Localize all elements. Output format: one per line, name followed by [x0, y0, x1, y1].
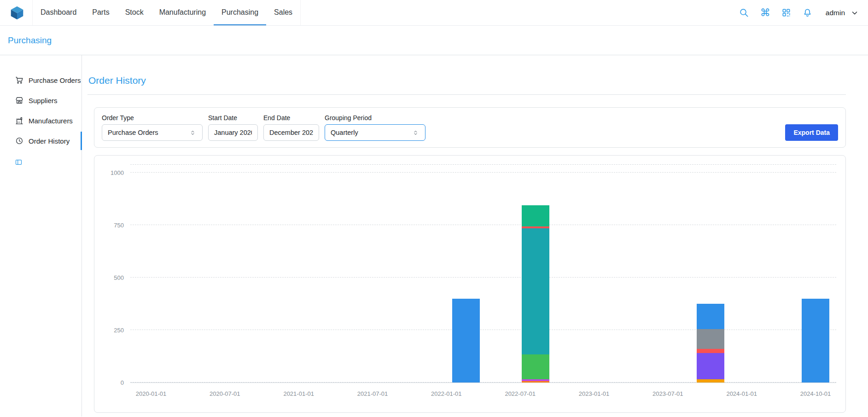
bar-segment-violet[interactable]	[697, 353, 724, 379]
nav-tab-manufacturing[interactable]: Manufacturing	[151, 0, 214, 25]
sidebar-item-label: Manufacturers	[29, 117, 73, 125]
start-date-field: Start Date	[208, 114, 258, 141]
selector-icon	[412, 129, 419, 137]
section-divider	[87, 94, 846, 95]
x-axis-label: 2024-01-01	[726, 390, 757, 397]
qr-code-icon	[781, 7, 792, 18]
nav-tab-dashboard[interactable]: Dashboard	[33, 0, 84, 25]
nav-tab-parts[interactable]: Parts	[84, 0, 117, 25]
sidebar-item-label: Suppliers	[29, 97, 58, 104]
username: admin	[826, 9, 845, 17]
chart-panel: 02505007501000 2020-01-012020-07-012021-…	[94, 155, 846, 413]
bar-segment-blue[interactable]	[802, 299, 829, 382]
order-type-select[interactable]: Purchase Orders	[102, 124, 203, 141]
y-axis-label: 500	[114, 274, 124, 281]
nav-tabs: DashboardPartsStockManufacturingPurchasi…	[32, 0, 301, 25]
x-axis-label: 2020-01-01	[136, 390, 167, 397]
gridline	[130, 225, 836, 225]
bar-segment-teal[interactable]	[522, 228, 549, 354]
chart-plot: 02505007501000	[130, 165, 836, 383]
inventree-logo-icon	[9, 5, 25, 21]
x-axis-label: 2023-01-01	[579, 390, 610, 397]
barcode-scan-button[interactable]	[781, 7, 792, 19]
nav-tab-sales[interactable]: Sales	[266, 0, 300, 25]
gridline	[130, 330, 836, 330]
search-icon	[739, 7, 749, 18]
sidebar-item-purchase-orders[interactable]: Purchase Orders	[0, 70, 82, 90]
order-type-label: Order Type	[102, 114, 203, 122]
chevron-down-icon	[851, 9, 859, 17]
bar-segment-gray[interactable]	[697, 329, 724, 349]
chart-bar[interactable]	[802, 299, 829, 382]
order-type-value: Purchase Orders	[108, 129, 158, 136]
bar-segment-orange[interactable]	[522, 381, 549, 382]
page-body: Purchase OrdersSuppliersManufacturersOrd…	[0, 55, 868, 417]
grouping-period-value: Quarterly	[331, 129, 358, 136]
x-axis-label: 2021-07-01	[357, 390, 388, 397]
command-palette-button[interactable]: ⌘	[759, 7, 771, 19]
bar-segment-emerald[interactable]	[522, 205, 549, 226]
navbar-actions: ⌘ admin	[738, 7, 859, 19]
nav-tab-purchasing[interactable]: Purchasing	[214, 0, 266, 25]
bell-icon	[802, 7, 813, 18]
bar-segment-blue[interactable]	[697, 304, 724, 329]
sidebar-item-manufacturers[interactable]: Manufacturers	[0, 110, 82, 131]
sidebar: Purchase OrdersSuppliersManufacturersOrd…	[0, 55, 82, 417]
sidebar-collapse-button[interactable]	[15, 158, 23, 167]
x-axis: 2020-01-012020-07-012021-01-012021-07-01…	[130, 383, 836, 400]
export-data-button[interactable]: Export Data	[785, 124, 838, 141]
x-axis-label: 2024-10-01	[800, 390, 831, 397]
end-date-label: End Date	[263, 114, 319, 122]
bar-segment-green[interactable]	[522, 354, 549, 379]
grouping-period-field: Grouping Period Quarterly	[325, 114, 425, 141]
layout-sidebar-icon	[15, 158, 23, 166]
x-axis-label: 2023-07-01	[652, 390, 683, 397]
user-menu[interactable]: admin	[826, 9, 859, 17]
app-logo[interactable]	[9, 5, 25, 21]
chart-bar[interactable]	[697, 304, 724, 382]
selector-icon	[189, 129, 197, 137]
section-title: Order History	[88, 75, 846, 86]
sidebar-item-suppliers[interactable]: Suppliers	[0, 90, 82, 110]
chart-bar[interactable]	[452, 299, 480, 382]
page-header: Purchasing	[0, 26, 868, 55]
end-date-input[interactable]	[263, 124, 319, 141]
x-axis-label: 2022-01-01	[431, 390, 462, 397]
end-date-field: End Date	[263, 114, 319, 141]
grouping-period-select[interactable]: Quarterly	[325, 124, 425, 141]
search-button[interactable]	[738, 7, 750, 19]
start-date-input[interactable]	[208, 124, 258, 141]
y-axis-label: 750	[114, 221, 124, 228]
command-icon: ⌘	[760, 8, 770, 18]
sidebar-item-label: Order History	[29, 137, 70, 145]
x-axis-label: 2022-07-01	[505, 390, 536, 397]
grouping-period-label: Grouping Period	[325, 114, 425, 122]
y-axis-label: 0	[121, 379, 124, 386]
bar-segment-blue[interactable]	[452, 299, 480, 382]
x-axis-label: 2020-07-01	[210, 390, 240, 397]
bar-segment-red[interactable]	[697, 349, 724, 353]
y-axis-label: 250	[114, 326, 124, 333]
sidebar-item-label: Purchase Orders	[29, 76, 81, 84]
gridline	[130, 382, 836, 382]
filter-panel: Order Type Purchase Orders Start Date En…	[94, 107, 846, 148]
notifications-button[interactable]	[802, 7, 814, 19]
gridline	[130, 172, 836, 173]
x-axis-label: 2021-01-01	[283, 390, 314, 397]
sidebar-item-order-history[interactable]: Order History	[0, 131, 82, 151]
shopping-cart-icon	[15, 75, 24, 85]
gridline	[130, 164, 836, 165]
history-clock-icon	[15, 136, 24, 145]
start-date-label: Start Date	[208, 114, 258, 122]
chart-bar[interactable]	[522, 205, 549, 382]
page-title: Purchasing	[8, 35, 52, 46]
gridline	[130, 277, 836, 278]
nav-tab-stock[interactable]: Stock	[117, 0, 151, 25]
building-factory-icon	[15, 116, 24, 125]
top-navbar: DashboardPartsStockManufacturingPurchasi…	[0, 0, 868, 26]
bar-segment-yellow[interactable]	[697, 379, 724, 382]
y-axis-label: 1000	[111, 169, 124, 176]
building-store-icon	[15, 96, 24, 105]
order-type-field: Order Type Purchase Orders	[102, 114, 203, 141]
main-content: Order History Order Type Purchase Orders…	[82, 55, 868, 417]
